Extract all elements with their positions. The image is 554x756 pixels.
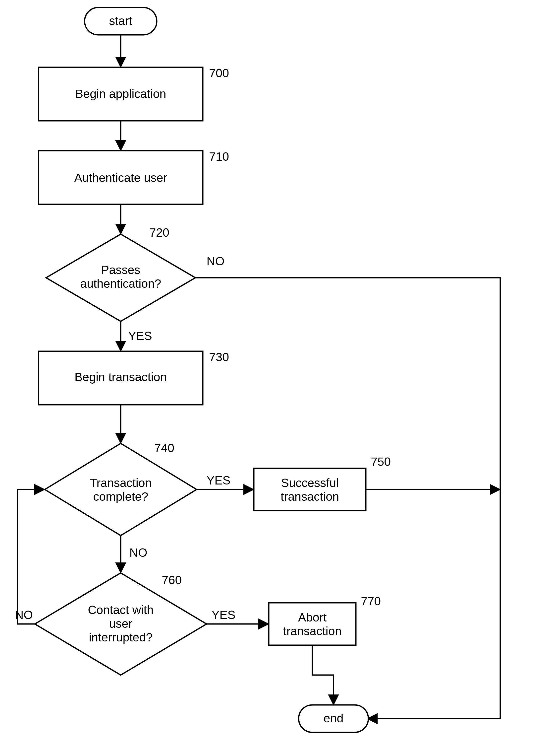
start-label: start: [109, 14, 132, 28]
end-label: end: [324, 712, 343, 725]
node-750: [254, 468, 366, 511]
node-720-ref: 720: [149, 226, 169, 239]
node-720-label-1: Passes: [101, 263, 140, 276]
edge-740-yes-label: YES: [207, 474, 230, 487]
node-760-label-2: user: [109, 617, 132, 630]
node-770: [269, 603, 356, 645]
node-700-ref: 700: [209, 66, 229, 80]
edge-720-yes-label: YES: [128, 329, 152, 343]
node-740: [45, 443, 197, 536]
node-730-label: Begin transaction: [75, 370, 167, 384]
node-710-label: Authenticate user: [74, 171, 167, 184]
node-710-ref: 710: [209, 150, 229, 163]
node-770-ref: 770: [361, 595, 381, 608]
edge-740-no-label: NO: [129, 546, 147, 559]
edge-770-end: [312, 645, 333, 704]
node-720-label-2: authentication?: [80, 277, 161, 290]
node-740-label-2: complete?: [93, 490, 148, 503]
node-760-ref: 760: [162, 573, 182, 587]
node-740-label-1: Transaction: [90, 476, 152, 490]
node-750-label-1: Successful: [281, 476, 339, 490]
node-730-ref: 730: [209, 350, 229, 364]
node-750-ref: 750: [371, 455, 391, 468]
node-770-label-1: Abort: [298, 611, 327, 624]
node-760-label-3: interrupted?: [89, 631, 153, 644]
node-760-label-1: Contact with: [88, 603, 154, 616]
node-750-label-2: transaction: [281, 490, 339, 503]
edge-760-yes-label: YES: [212, 608, 235, 621]
flowchart-canvas: start Begin application 700 Authenticate…: [0, 0, 554, 756]
node-740-ref: 740: [154, 441, 174, 455]
edge-760-no: [17, 490, 44, 624]
node-770-label-2: transaction: [283, 624, 342, 638]
node-700-label: Begin application: [75, 87, 166, 100]
edge-720-no-label: NO: [207, 255, 224, 268]
